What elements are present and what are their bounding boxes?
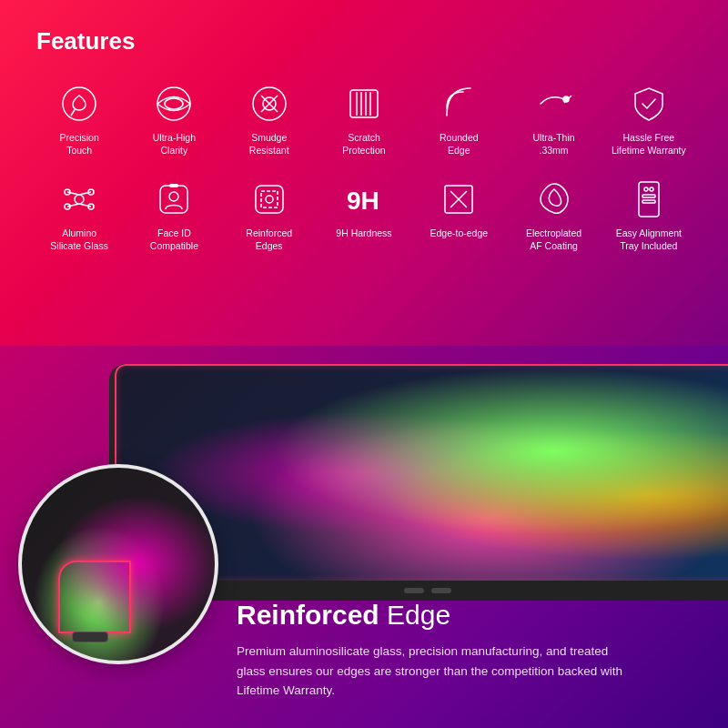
alumino-icon: [56, 177, 102, 222]
feature-rounded: RoundedEdge: [416, 81, 501, 157]
faceid-icon: [151, 177, 197, 222]
feature-warranty: Hassle FreeLifetime Warranty: [606, 81, 692, 157]
electroplated-icon: [531, 177, 577, 222]
scratch-label: ScratchProtection: [342, 132, 385, 157]
features-row-1: PrecisionTouch Ultra-HighClarity SmudgeR…: [36, 81, 692, 157]
rounded-label: RoundedEdge: [440, 132, 479, 157]
ultra-clarity-label: Ultra-HighClarity: [153, 132, 196, 157]
features-row-2: AluminoSilicate Glass Face IDCompatible …: [36, 177, 692, 252]
warranty-icon: [626, 81, 672, 126]
svg-point-0: [63, 87, 96, 120]
feature-electroplated: ElectroplatedAF Coating: [511, 177, 596, 252]
feature-faceid: Face IDCompatible: [131, 177, 217, 252]
svg-point-22: [266, 196, 273, 203]
svg-point-9: [75, 195, 84, 204]
circle-corner: [58, 561, 131, 633]
features-title: Features: [36, 27, 692, 56]
bottom-section: Reinforced Edge Premium aluminosilicate …: [0, 346, 728, 728]
feature-alumino: AluminoSilicate Glass: [36, 177, 122, 252]
precision-touch-label: PrecisionTouch: [60, 132, 99, 157]
feature-precision-touch: PrecisionTouch: [36, 81, 122, 157]
faceid-label: Face IDCompatible: [150, 228, 198, 252]
alumino-label: AluminoSilicate Glass: [50, 228, 108, 252]
reinforced-desc: Premium aluminosilicate glass, precision…: [237, 642, 637, 701]
feature-reinforced: ReinforcedEdges: [227, 177, 312, 252]
content-area: Reinforced Edge Premium aluminosilicate …: [237, 600, 701, 701]
feature-9h: 9H 9H Hardness: [321, 177, 407, 252]
thin-label: Ultra-Thin.33mm: [533, 132, 575, 157]
svg-rect-31: [642, 200, 655, 203]
tray-label: Easy AlignmentTray Included: [616, 228, 682, 252]
svg-point-28: [644, 187, 648, 191]
circle-zoom-inner: [22, 468, 215, 661]
svg-text:9H: 9H: [347, 187, 379, 215]
rounded-icon: [436, 81, 481, 126]
smudge-label: SmudgeResistant: [249, 132, 289, 157]
feature-edge-to-edge: Edge-to-edge: [416, 177, 501, 252]
svg-rect-18: [160, 186, 187, 213]
svg-rect-7: [350, 90, 378, 117]
svg-rect-21: [256, 186, 283, 213]
smudge-icon: [247, 81, 292, 126]
9h-icon: 9H: [341, 177, 387, 222]
circle-zoom: [18, 464, 218, 664]
feature-tray: Easy AlignmentTray Included: [606, 177, 692, 252]
phone-button-1: [404, 588, 424, 593]
top-section: Features PrecisionTouch Ultra-HighClarit…: [0, 0, 728, 346]
reinforced-title: Reinforced Edge: [237, 600, 701, 631]
phone-button-2: [431, 588, 451, 593]
precision-touch-icon: [56, 81, 102, 126]
feature-smudge: SmudgeResistant: [227, 81, 312, 157]
svg-point-29: [650, 187, 653, 191]
reinforced-icon: [247, 177, 292, 222]
feature-ultra-clarity: Ultra-HighClarity: [131, 81, 217, 157]
9h-label: 9H Hardness: [336, 228, 391, 240]
feature-thin: Ultra-Thin.33mm: [511, 81, 596, 157]
page-wrapper: Features PrecisionTouch Ultra-HighClarit…: [0, 0, 728, 728]
edge-icon: [436, 177, 481, 222]
svg-rect-27: [639, 182, 659, 217]
svg-point-19: [169, 192, 178, 201]
svg-rect-20: [169, 184, 178, 187]
circle-port: [72, 632, 108, 642]
ultra-clarity-icon: [151, 81, 197, 126]
reinforced-normal: Edge: [379, 600, 450, 630]
edge-to-edge-label: Edge-to-edge: [430, 228, 488, 240]
tray-icon: [626, 177, 672, 222]
scratch-icon: [341, 81, 387, 126]
warranty-label: Hassle FreeLifetime Warranty: [612, 132, 686, 157]
reinforced-bold: Reinforced: [237, 600, 379, 630]
thin-icon: [531, 81, 577, 126]
svg-point-1: [157, 87, 190, 120]
svg-rect-30: [642, 195, 655, 197]
reinforced-edges-label: ReinforcedEdges: [246, 228, 292, 252]
electroplated-label: ElectroplatedAF Coating: [526, 228, 581, 252]
svg-point-2: [165, 98, 183, 109]
feature-scratch: ScratchProtection: [321, 81, 407, 157]
